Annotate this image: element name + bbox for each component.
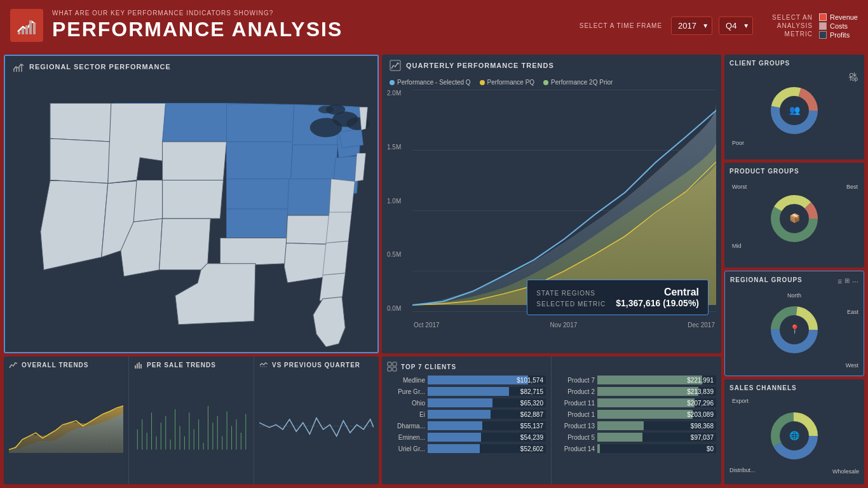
per-sale-title: PER SALE TRENDS	[134, 360, 248, 369]
x-axis-labels: Oct 2017 Nov 2017 Dec 2017	[414, 322, 715, 329]
product-row-1: Product 2 $213,839	[557, 387, 716, 396]
vs-previous-chart	[259, 372, 374, 480]
client-bar-1	[428, 387, 509, 396]
product-value-4: $98,368	[691, 423, 714, 430]
svg-rect-1	[22, 28, 24, 34]
svg-marker-25	[220, 238, 287, 264]
product-row-2: Product 11 $207,296	[557, 398, 716, 407]
y-label-0: 2.0M	[387, 90, 401, 97]
y-label-2: 1.0M	[387, 198, 401, 205]
time-frame-label: SELECT A TIME FRAME	[580, 22, 662, 29]
client-row-1: Pure Gr... $82,715	[387, 387, 546, 396]
svg-rect-2	[25, 25, 28, 34]
product-bar-1	[597, 387, 698, 396]
sales-channels-panel: SALES CHANNELS 🌐 Export Distribut... Who…	[724, 379, 864, 484]
svg-rect-3	[29, 20, 32, 34]
x-label-1: Nov 2017	[550, 322, 577, 329]
product-groups-title: PRODUCT GROUPS	[729, 168, 859, 175]
header: WHAT ARE OUR KEY PERFORMANCE INDICATORS …	[0, 0, 868, 51]
clients-title: TOP 7 CLIENTS	[387, 362, 546, 372]
tooltip: STATE REGIONS Central SELECTED METRIC $1…	[527, 280, 709, 315]
year-dropdown-wrapper: 2017 2016 2015 ▼	[671, 17, 712, 35]
svg-rect-6	[16, 67, 17, 72]
overall-trend-chart	[9, 372, 123, 480]
client-bar-container-5: $54,239	[428, 433, 546, 442]
product-value-5: $97,037	[691, 434, 714, 441]
product-groups-donut-svg: 📦	[759, 193, 829, 244]
metric-revenue[interactable]: Revenue	[819, 13, 858, 21]
pg-label-mid: Mid	[732, 243, 742, 249]
svg-rect-8	[21, 65, 22, 72]
client-row-2: Ohio $65,320	[387, 398, 546, 407]
tooltip-row-region: STATE REGIONS Central	[536, 287, 699, 298]
rg-icon-more[interactable]: ···	[852, 277, 858, 286]
svg-point-39	[318, 105, 334, 113]
svg-rect-5	[13, 70, 15, 72]
costs-box	[819, 22, 827, 30]
overall-svg	[9, 372, 123, 480]
svg-marker-10	[50, 103, 114, 142]
header-subtitle: WHAT ARE OUR KEY PERFORMANCE INDICATORS …	[52, 10, 580, 17]
product-name-0: Product 7	[557, 377, 595, 384]
legend-label-0: Performance - Selected Q	[397, 79, 471, 86]
client-bar-container-1: $82,715	[428, 387, 546, 396]
client-bar-container-2: $65,320	[428, 398, 546, 407]
overall-trends-section: OVERALL TRENDS	[4, 356, 129, 484]
client-row-0: Medline $101,574	[387, 376, 546, 384]
profits-label: Profits	[830, 31, 850, 39]
rg-icon-expand[interactable]: ⊞	[844, 277, 850, 286]
product-name-3: Product 1	[557, 411, 595, 418]
quarter-dropdown[interactable]: Q4 Q3 Q2 Q1	[719, 17, 753, 35]
right-column: CLIENT GROUPS 👥 Ok Top Poor PRODUCT GROU…	[724, 55, 864, 484]
client-bar-2	[428, 398, 492, 407]
client-name-0: Medline	[387, 377, 425, 384]
rg-label-east: East	[847, 309, 858, 315]
svg-marker-16	[163, 142, 227, 180]
client-groups-title: CLIENT GROUPS	[729, 60, 859, 67]
client-groups-panel: CLIENT GROUPS 👥 Ok Top Poor	[724, 55, 864, 159]
pg-label-best: Best	[846, 184, 858, 190]
us-map-area[interactable]	[5, 78, 377, 347]
legend-dot-2q	[543, 80, 548, 85]
svg-text:👥: 👥	[789, 105, 801, 116]
client-value-3: $62,887	[520, 411, 543, 418]
legend-label-2: Performance 2Q Prior	[551, 79, 613, 86]
regional-sector-panel: REGIONAL SECTOR PERFORMANCE	[4, 55, 379, 353]
product-bar-0	[597, 376, 702, 384]
client-name-6: Uriel Gr...	[387, 445, 425, 452]
product-row-5: Product 5 $97,037	[557, 433, 716, 442]
client-bar-0	[428, 376, 528, 384]
product-value-3: $203,089	[687, 411, 714, 418]
svg-marker-23	[227, 179, 291, 209]
svg-rect-99	[393, 362, 397, 366]
client-bar-4	[428, 421, 482, 430]
svg-marker-24	[227, 209, 289, 238]
product-bar-container-3: $203,089	[597, 410, 716, 419]
product-bar-container-0: $221,991	[597, 376, 716, 384]
tooltip-row-metric: SELECTED METRIC $1,367,616 (19.05%)	[536, 298, 699, 308]
products-title-spacer	[557, 362, 716, 376]
year-dropdown[interactable]: 2017 2016 2015	[671, 17, 712, 35]
quarter-dropdown-wrapper: Q4 Q3 Q2 Q1 ▼	[719, 17, 753, 35]
svg-marker-43	[326, 212, 351, 243]
svg-rect-68	[135, 365, 136, 369]
rg-icon-lines[interactable]: ≡	[837, 277, 842, 286]
legend-label-1: Performance PQ	[487, 79, 534, 86]
metric-profits[interactable]: Profits	[819, 31, 858, 39]
metric-options: Revenue Costs Profits	[819, 13, 858, 39]
tooltip-region-label: STATE REGIONS	[536, 290, 595, 297]
metric-costs[interactable]: Costs	[819, 22, 858, 30]
quarterly-trends-panel: QUARTERLY PERFORMANCE TRENDS Performance…	[382, 55, 721, 353]
tooltip-metric-value: $1,367,616 (19.05%)	[616, 298, 699, 308]
product-value-2: $207,296	[687, 400, 714, 407]
svg-rect-101	[393, 367, 397, 371]
header-title: PERFORMANCE ANALYSIS	[52, 18, 580, 41]
clients-right: Product 7 $221,991 Product 2 $213,839 Pr…	[552, 356, 721, 484]
client-bar-6	[428, 444, 480, 453]
per-sale-label: PER SALE TRENDS	[147, 362, 216, 369]
product-row-0: Product 7 $221,991	[557, 376, 716, 384]
svg-marker-44	[323, 241, 348, 275]
client-value-4: $55,137	[520, 423, 543, 430]
rg-header: REGIONAL GROUPS ≡ ⊞ ···	[730, 276, 858, 287]
svg-marker-45	[320, 273, 345, 301]
